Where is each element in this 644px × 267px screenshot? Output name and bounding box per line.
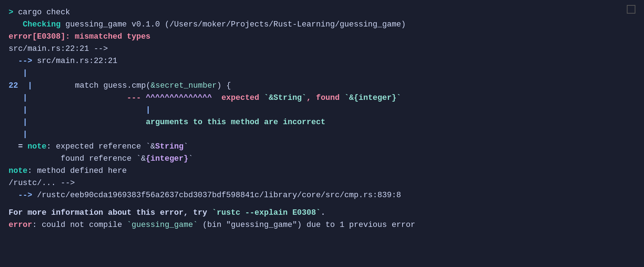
for-more-text: For more information about this error, t… xyxy=(9,207,212,219)
found-type: `&{integer}` xyxy=(344,92,401,104)
blank-line xyxy=(9,202,635,207)
pipe-space xyxy=(23,80,28,92)
line-number-22: 22 xyxy=(9,80,23,92)
error-label-compile: error xyxy=(9,219,32,231)
match-keyword: match xyxy=(75,80,103,92)
bracket-open: ) { xyxy=(217,80,231,92)
arrow-indent xyxy=(9,55,18,67)
pipe-char-8: | xyxy=(23,104,28,116)
integer-type: {integer} xyxy=(146,153,188,165)
file-path: src/main.rs:22:21 xyxy=(32,55,117,67)
pipe-char-1: | xyxy=(23,67,28,79)
pipe-indent-7 xyxy=(9,92,23,104)
note-found-line: found reference `&{integer}` xyxy=(9,153,635,165)
spaces-8 xyxy=(28,104,146,116)
comma-found: , xyxy=(307,92,316,104)
checking-line: Checking guessing_game v0.1.0 (/Users/mo… xyxy=(9,19,635,31)
caret-annotation: ^^^^^^^^^^^^^^ xyxy=(146,92,212,104)
dash-annotation: --- xyxy=(127,92,141,104)
pipe-indent-10 xyxy=(9,128,23,141)
guess-cmp: guess.cmp( xyxy=(103,80,150,92)
pipe-vertical-char: | xyxy=(146,104,150,116)
period: . xyxy=(321,207,325,219)
error-annotation-line: | --- ^^^^^^^^^^^^^^ expected `&String`,… xyxy=(9,92,635,104)
terminal-output: > cargo check Checking guessing_game v0.… xyxy=(9,6,635,231)
note-eq: = xyxy=(18,141,27,153)
spaces-7 xyxy=(28,92,127,104)
arguments-text: arguments to this method are incorrect xyxy=(146,116,326,128)
checking-indent xyxy=(9,19,23,31)
pipe-line-1: | xyxy=(9,67,635,79)
amp-char-2: & xyxy=(141,153,146,165)
space-7b xyxy=(141,92,146,104)
error-compile-rest: (bin "guessing_game") due to 1 previous … xyxy=(198,219,415,231)
note-keyword-2: note xyxy=(9,165,28,177)
file-arrow-2: --> xyxy=(18,189,32,202)
pipe-indent-8 xyxy=(9,104,23,116)
found-label: found xyxy=(316,92,344,104)
pipe-line-10: | xyxy=(9,128,635,141)
cargo-check-line: > cargo check xyxy=(9,6,635,19)
note-colon-1: : expected reference xyxy=(47,141,146,153)
file-location-line: --> src/main.rs:22:21 xyxy=(9,55,635,67)
note-expected-line: = note: expected reference `&String` xyxy=(9,141,635,153)
note-method-text: : method defined here xyxy=(28,165,127,177)
pipe-char-10: | xyxy=(23,128,28,141)
note-found-indent: found reference xyxy=(9,153,136,165)
expected-type: `&String` xyxy=(264,92,307,104)
backtick-2a: ` xyxy=(136,153,141,165)
backtick-1a: ` xyxy=(146,141,150,153)
window-button xyxy=(627,5,635,14)
for-more-line: For more information about this error, t… xyxy=(9,207,635,219)
error-compile-line: error: could not compile `guessing_game`… xyxy=(9,219,635,231)
note-keyword-1: note xyxy=(28,141,47,153)
space-7c xyxy=(212,92,221,104)
arrow-indent-2 xyxy=(9,189,18,202)
pipe-char-9: | xyxy=(23,116,28,128)
error-header-line: error[E0308]: mismatched types xyxy=(9,31,635,43)
note-method-line: note: method defined here xyxy=(9,165,635,177)
amp-char-1: & xyxy=(150,141,155,153)
expected-label: expected xyxy=(221,92,264,104)
pipe-vertical-line: | | xyxy=(9,104,635,116)
code-indent xyxy=(32,80,75,92)
code-line-22: 22 | match guess.cmp(&secret_number) { xyxy=(9,80,635,92)
string-type: String xyxy=(155,141,183,153)
pipe-char-2: | xyxy=(28,80,32,92)
pipe-indent-9 xyxy=(9,116,23,128)
pipe-char-7: | xyxy=(23,92,28,104)
cargo-check-text: cargo check xyxy=(18,6,70,19)
arguments-line: | arguments to this method are incorrect xyxy=(9,116,635,128)
prompt-arrow: > xyxy=(9,6,18,19)
error-code: error[E0308]: mismatched types xyxy=(9,31,150,43)
backtick-2b: ` xyxy=(188,153,193,165)
checking-label: Checking xyxy=(23,19,61,31)
guessing-game-backtick: `guessing_game` xyxy=(127,219,198,231)
backtick-1b: ` xyxy=(184,141,188,153)
rustc-path: /rustc/eeb90cda1969383f56a2637cbd3037bdf… xyxy=(32,189,401,202)
amp-secret: &secret_number xyxy=(150,80,217,92)
checking-text: guessing_game v0.1.0 (/Users/moker/Proje… xyxy=(61,19,406,31)
pipe-indent-1 xyxy=(9,67,23,79)
spaces-9 xyxy=(28,116,146,128)
file-arrow: --> xyxy=(18,55,32,67)
rustc-explain-code: `rustc --explain E0308` xyxy=(212,207,321,219)
note-eq-indent xyxy=(9,141,18,153)
rustc-path-line: --> /rustc/eeb90cda1969383f56a2637cbd303… xyxy=(9,189,635,202)
error-compile-text: : could not compile xyxy=(32,219,127,231)
